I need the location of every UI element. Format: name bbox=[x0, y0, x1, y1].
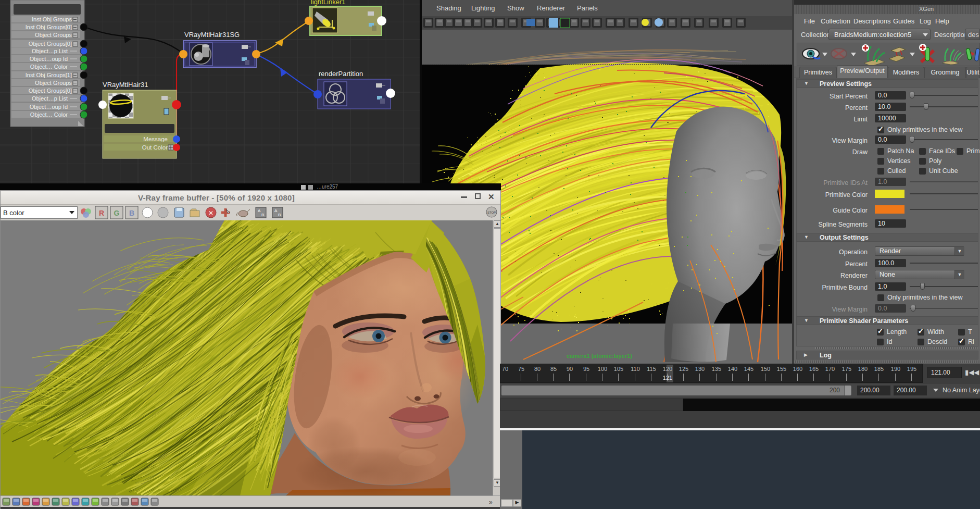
svg-text:VRayMtlHair31SG: VRayMtlHair31SG bbox=[184, 31, 240, 39]
svg-text:B: B bbox=[278, 213, 281, 217]
svg-text:Show: Show bbox=[507, 4, 524, 12]
svg-text:✕: ✕ bbox=[208, 209, 213, 217]
svg-text:Object… Color: Object… Color bbox=[30, 64, 68, 70]
svg-text:Object Groups[0]: Object Groups[0] bbox=[29, 88, 72, 94]
svg-text:Object…p List: Object…p List bbox=[32, 95, 68, 102]
svg-text:Inst Obj Groups[0]: Inst Obj Groups[0] bbox=[26, 24, 72, 30]
svg-text:renderPartition: renderPartition bbox=[319, 70, 363, 78]
svg-text:Shading: Shading bbox=[436, 4, 461, 12]
svg-text:Message: Message bbox=[143, 136, 168, 142]
svg-text:Object… Color: Object… Color bbox=[30, 111, 68, 118]
svg-text:Out Color: Out Color bbox=[142, 144, 168, 151]
svg-text:Object…oup Id: Object…oup Id bbox=[30, 104, 68, 110]
svg-text:B: B bbox=[261, 213, 264, 217]
svg-text:»: » bbox=[489, 499, 493, 506]
svg-text:Lighting: Lighting bbox=[471, 4, 495, 12]
svg-text:Panels: Panels bbox=[577, 4, 598, 12]
svg-text:Object Groups: Object Groups bbox=[35, 80, 72, 86]
svg-text:lightLinker1: lightLinker1 bbox=[311, 0, 346, 6]
svg-text:Inst Obj Groups[1]: Inst Obj Groups[1] bbox=[26, 72, 72, 78]
svg-text:A: A bbox=[274, 208, 278, 213]
svg-text:Object…oup Id: Object…oup Id bbox=[30, 56, 68, 62]
svg-text:A: A bbox=[258, 208, 261, 213]
svg-text:G: G bbox=[114, 209, 120, 217]
svg-text:Object…p List: Object…p List bbox=[32, 48, 68, 54]
svg-text:Object Groups: Object Groups bbox=[35, 32, 72, 38]
svg-text:Object Groups[0]: Object Groups[0] bbox=[29, 41, 72, 47]
svg-text:camera1 (atomic:layer1): camera1 (atomic:layer1) bbox=[567, 353, 632, 359]
svg-text:Renderer: Renderer bbox=[537, 4, 566, 12]
svg-text:STOP: STOP bbox=[487, 211, 496, 214]
svg-text:B: B bbox=[129, 209, 134, 217]
svg-text:R: R bbox=[99, 209, 104, 217]
svg-text:VRayMtlHair31: VRayMtlHair31 bbox=[103, 81, 148, 89]
svg-text:Inst Obj Groups: Inst Obj Groups bbox=[32, 16, 72, 22]
